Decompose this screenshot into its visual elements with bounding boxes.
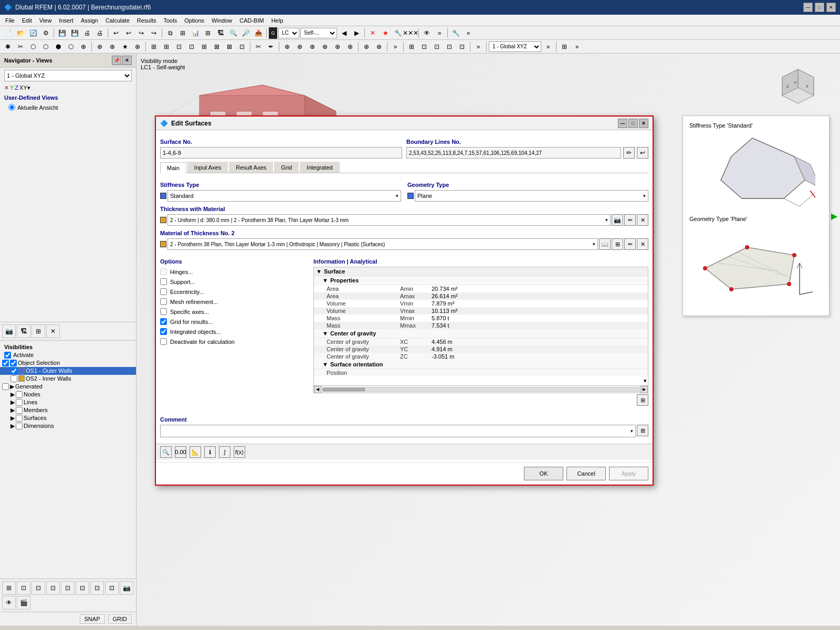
tb2-btn12[interactable]: ⊞ [148, 41, 160, 52]
save-button[interactable]: 💾 [56, 27, 68, 39]
lc-combo[interactable]: LC1 [278, 28, 299, 38]
menu-options[interactable]: Options [181, 16, 207, 25]
dialog-func-btn[interactable]: f(x) [234, 446, 245, 458]
object-selection-item[interactable]: Object Selection [0, 359, 136, 367]
h-scroll-track[interactable] [322, 387, 639, 392]
surfaces-item[interactable]: ▶ Surfaces [0, 414, 136, 422]
nodes-item[interactable]: ▶ Nodes [0, 391, 136, 398]
menu-edit[interactable]: Edit [19, 16, 35, 25]
tb2-btn19[interactable]: ⊡ [236, 41, 248, 52]
dialog-maximize[interactable]: □ [628, 119, 638, 128]
tb2-btn28[interactable]: ⊕ [361, 41, 372, 52]
xyz-combo-icon[interactable]: XY▾ [19, 85, 30, 91]
tb2-btn7[interactable]: ⊕ [78, 41, 89, 52]
tb2-btn31[interactable]: ⊞ [406, 41, 417, 52]
support-checkbox[interactable] [160, 278, 167, 285]
tab-grid[interactable]: Grid [274, 162, 299, 173]
mesh-checkbox[interactable] [160, 298, 167, 305]
menu-window[interactable]: Window [208, 16, 235, 25]
tb2-btn30[interactable]: » [390, 41, 401, 52]
gravity-subgroup[interactable]: ▼ Center of gravity [314, 329, 648, 338]
nav-close-button[interactable]: ✕ [122, 56, 132, 65]
generated-item[interactable]: ▶ Generated [0, 383, 136, 391]
tb2-btn9[interactable]: ⊕ [107, 41, 118, 52]
menu-help[interactable]: Help [268, 16, 287, 25]
tb2-btn22[interactable]: ⊕ [281, 41, 293, 52]
maximize-button[interactable]: □ [815, 3, 824, 12]
cancel-button[interactable]: Cancel [566, 467, 606, 480]
nav-action-8[interactable]: ⊡ [105, 581, 119, 595]
material-book-btn[interactable]: 📖 [599, 238, 611, 250]
chart-btn[interactable]: 📊 [190, 27, 201, 39]
more-btn[interactable]: » [434, 27, 445, 39]
ok-button[interactable]: OK [524, 467, 563, 480]
h-scroll-left[interactable]: ◀ [314, 386, 321, 393]
nav-action-6[interactable]: ⊡ [76, 581, 89, 595]
minimize-button[interactable]: — [803, 3, 813, 12]
dialog-search-btn[interactable]: 🔍 [160, 446, 172, 458]
x-axis-icon[interactable]: ✕ [4, 85, 9, 91]
tb2-btn4[interactable]: ⬡ [40, 41, 51, 52]
integrated-checkbox[interactable] [160, 328, 167, 335]
material-edit-btn[interactable]: ✏ [624, 238, 636, 250]
nav-action-3[interactable]: ⊡ [32, 581, 45, 595]
print-button[interactable]: 🖨 [81, 27, 93, 39]
thickness-edit-btn[interactable]: ✏ [624, 214, 636, 226]
view-combo[interactable]: 1 - Global XYZ [4, 70, 132, 81]
tb2-btn24[interactable]: ⊕ [307, 41, 318, 52]
nav-action-5[interactable]: ⊡ [61, 581, 75, 595]
nav-icon-3[interactable]: ⊞ [32, 324, 45, 338]
comment-btn[interactable]: ⊞ [637, 425, 648, 436]
filter-btn[interactable]: 🔍 [227, 27, 239, 39]
menu-results[interactable]: Results [134, 16, 160, 25]
tb2-btn33[interactable]: ⊡ [431, 41, 443, 52]
tb2-btn18[interactable]: ⊠ [224, 41, 235, 52]
lines-checkbox[interactable] [16, 399, 23, 406]
tb2-btn34[interactable]: ⊡ [444, 41, 455, 52]
tab-result-axes[interactable]: Result Axes [229, 162, 273, 173]
tb2-btn32[interactable]: ⊡ [418, 41, 430, 52]
menu-calculate[interactable]: Calculate [102, 16, 133, 25]
surfaces-checkbox[interactable] [16, 415, 23, 422]
members-checkbox[interactable] [16, 407, 23, 414]
info-action-btn[interactable]: ⊞ [637, 394, 648, 406]
lines-item[interactable]: ▶ Lines [0, 398, 136, 406]
new-button[interactable]: 📄 [2, 27, 14, 39]
deactivate-checkbox[interactable] [160, 338, 167, 345]
redo2-button[interactable]: ↪ [148, 27, 160, 39]
object-selection-inner-checkbox[interactable] [10, 360, 17, 366]
grid-btn[interactable]: ⊞ [202, 27, 214, 39]
thickness-del-btn[interactable]: ✕ [637, 214, 648, 226]
current-view-radio[interactable] [8, 104, 15, 111]
tb2-btn5[interactable]: ⬢ [52, 41, 64, 52]
nav-action-10[interactable]: 👁 [2, 596, 16, 610]
dimensions-checkbox[interactable] [16, 423, 23, 429]
boundary-nav-btn[interactable]: ↩ [637, 147, 648, 159]
tb2-btn8[interactable]: ⊕ [94, 41, 106, 52]
star-btn[interactable]: ★ [380, 27, 391, 39]
redo-button[interactable]: ↪ [135, 27, 147, 39]
dialog-close[interactable]: ✕ [639, 119, 648, 128]
tab-input-axes[interactable]: Input Axes [187, 162, 228, 173]
tb2-btn10[interactable]: ★ [119, 41, 131, 52]
view-btn[interactable]: 👁 [421, 27, 433, 39]
dialog-info-btn[interactable]: ℹ [204, 446, 216, 458]
model-btn[interactable]: 🏗 [215, 27, 226, 39]
h-scroll-thumb[interactable] [323, 388, 365, 391]
tb2-more[interactable]: » [542, 41, 554, 52]
nav-icon-2[interactable]: 🏗 [17, 324, 30, 338]
print2-button[interactable]: 🖨 [94, 27, 106, 39]
tb2-btn6[interactable]: ⬡ [65, 41, 77, 52]
dimensions-item[interactable]: ▶ Dimensions [0, 422, 136, 430]
tb2-btn25[interactable]: ⊕ [319, 41, 331, 52]
open-button[interactable]: 📂 [15, 27, 26, 39]
dialog-zero-btn[interactable]: 0.00 [175, 446, 186, 458]
comment-dropdown[interactable]: ▾ [160, 425, 636, 437]
nodes-checkbox[interactable] [16, 391, 23, 398]
save-as-button[interactable]: 💾 [69, 27, 80, 39]
z-axis-icon[interactable]: Z [15, 85, 18, 91]
tb2-btn20[interactable]: ✂ [253, 41, 264, 52]
close-button[interactable]: ✕ [826, 3, 836, 12]
refresh-btn[interactable]: 🔄 [27, 27, 39, 39]
search-btn[interactable]: 🔎 [240, 27, 251, 39]
